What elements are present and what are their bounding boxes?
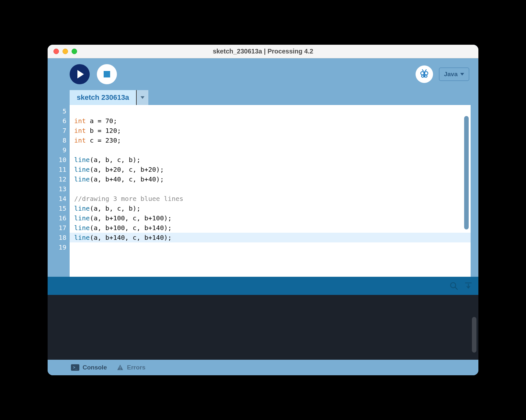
warning-icon [117, 364, 124, 371]
editor: 5678910111213141516171819 int a = 70;int… [48, 105, 478, 277]
code-line[interactable]: line(a, b+100, c, b+140); [70, 223, 471, 233]
line-number: 16 [48, 213, 70, 223]
line-number: 11 [48, 165, 70, 174]
minimize-window-button[interactable] [63, 49, 68, 54]
chevron-down-icon [141, 96, 144, 99]
terminal-icon: >_ [71, 364, 79, 371]
console-output[interactable] [48, 295, 478, 360]
status-bar [48, 277, 478, 295]
line-number: 6 [48, 116, 70, 126]
code-line[interactable]: line(a, b+100, c, b+100); [70, 213, 471, 223]
tab-row: sketch 230613a [48, 90, 478, 105]
titlebar: sketch_230613a | Processing 4.2 [48, 45, 478, 58]
line-number: 12 [48, 174, 70, 184]
code-line[interactable] [70, 184, 471, 194]
line-number: 14 [48, 194, 70, 204]
bottom-tabs: >_ Console Errors [48, 360, 478, 375]
chevron-down-icon [460, 73, 464, 76]
butterfly-icon [419, 69, 430, 80]
app-window: sketch_230613a | Processing 4.2 [48, 45, 478, 375]
code-line[interactable] [70, 242, 471, 252]
toolbar: Java [48, 58, 478, 90]
code-line[interactable]: line(a, b, c, b); [70, 204, 471, 213]
debug-button[interactable] [416, 65, 433, 83]
line-number: 13 [48, 184, 70, 194]
play-icon [77, 70, 84, 78]
line-number: 10 [48, 155, 70, 165]
sketch-tab[interactable]: sketch 230613a [70, 90, 137, 105]
zoom-window-button[interactable] [72, 49, 77, 54]
mode-label: Java [444, 71, 458, 78]
line-number: 17 [48, 223, 70, 233]
code-line[interactable]: line(a, b+40, c, b+40); [70, 174, 471, 184]
line-gutter: 5678910111213141516171819 [48, 105, 70, 277]
line-number: 15 [48, 204, 70, 213]
console-tab-label: Console [83, 364, 107, 371]
svg-line-5 [455, 287, 457, 289]
console-tab[interactable]: >_ Console [71, 364, 107, 371]
line-number: 19 [48, 242, 70, 252]
svg-point-9 [120, 369, 121, 370]
search-icon[interactable] [449, 281, 458, 290]
window-title: sketch_230613a | Processing 4.2 [48, 48, 478, 55]
stop-button[interactable] [97, 64, 117, 84]
svg-point-1 [425, 72, 428, 75]
line-number: 8 [48, 135, 70, 145]
errors-tab[interactable]: Errors [117, 364, 145, 371]
tab-menu-button[interactable] [137, 90, 148, 105]
line-number: 7 [48, 126, 70, 135]
code-line[interactable]: int b = 120; [70, 126, 471, 135]
run-button[interactable] [70, 64, 90, 84]
code-line[interactable]: int c = 230; [70, 135, 471, 145]
editor-scrollbar[interactable] [464, 116, 469, 229]
console-scrollbar[interactable] [472, 317, 476, 353]
svg-point-3 [425, 75, 427, 77]
mode-selector[interactable]: Java [439, 67, 469, 81]
toolbar-right: Java [416, 65, 469, 83]
code-line[interactable]: line(a, b+20, c, b+20); [70, 165, 471, 174]
code-area[interactable]: int a = 70;int b = 120;int c = 230;line(… [70, 105, 471, 277]
close-window-button[interactable] [53, 49, 59, 54]
code-line[interactable]: int a = 70; [70, 116, 471, 126]
errors-tab-label: Errors [127, 364, 145, 371]
stop-icon [104, 71, 110, 77]
code-line[interactable] [70, 106, 471, 116]
line-number: 9 [48, 145, 70, 155]
code-line[interactable] [70, 145, 471, 155]
collapse-icon[interactable] [464, 282, 473, 290]
svg-point-2 [421, 75, 424, 77]
traffic-lights [53, 49, 77, 54]
code-line[interactable]: line(a, b+140, c, b+140); [70, 233, 471, 242]
code-line[interactable]: line(a, b, c, b); [70, 155, 471, 165]
svg-point-0 [421, 72, 424, 75]
code-line[interactable]: //drawing 3 more bluee lines [70, 194, 471, 204]
tab-label: sketch 230613a [77, 93, 129, 102]
line-number: 18 [48, 233, 70, 242]
line-number: 5 [48, 106, 70, 116]
